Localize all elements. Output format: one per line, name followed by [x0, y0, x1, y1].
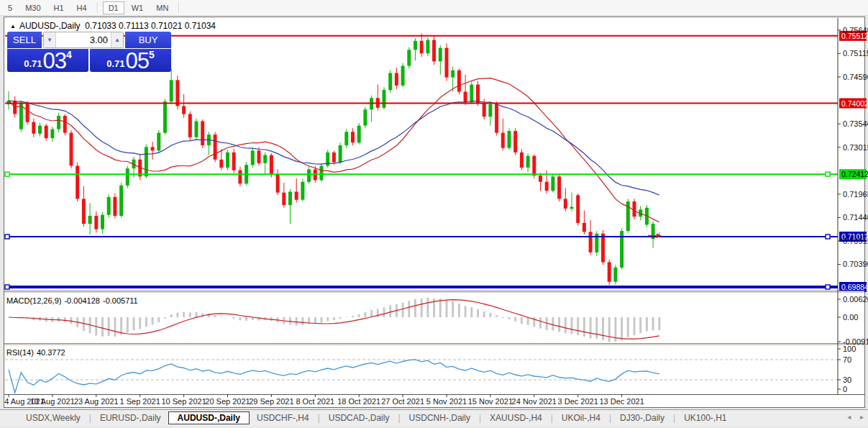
date-axis-label: 10 Sep 2021 — [161, 397, 206, 406]
candle — [170, 80, 173, 101]
tab-separator: | — [551, 413, 553, 423]
rsi-axis-label: 100 — [843, 345, 856, 353]
candle — [557, 176, 561, 199]
period-button-w1[interactable]: W1 — [126, 1, 150, 14]
date-axis-label: 23 Aug 2021 — [74, 397, 119, 406]
sell-price-pip: 4 — [66, 50, 72, 59]
buy-price-display[interactable]: 0.71055 — [90, 49, 171, 72]
candle — [276, 175, 280, 193]
candle — [633, 201, 636, 217]
candle — [195, 122, 198, 137]
collapse-triangle-icon[interactable]: ▲ — [10, 23, 16, 29]
chart-tabs-list: USDX,Weekly|EURUSD-,DailyAUDUSD-,DailyUS… — [19, 411, 734, 424]
tab-separator: | — [673, 413, 675, 423]
price-axis-label: 0.75115 — [843, 49, 868, 58]
buy-button[interactable]: BUY — [125, 32, 171, 48]
tab-usdcad-daily[interactable]: USDCAD-,Daily — [321, 411, 397, 424]
macd-signal-value: -0.005711 — [103, 296, 138, 305]
candle — [282, 193, 285, 205]
macd-name: MACD(12,26,9) — [6, 296, 61, 305]
period-button-d1[interactable]: D1 — [103, 1, 124, 14]
period-button-h4[interactable]: H4 — [71, 1, 93, 14]
line-handle[interactable] — [826, 172, 830, 176]
macd-main-value: -0.004128 — [64, 296, 100, 305]
candle — [295, 192, 298, 200]
candle — [439, 48, 442, 62]
period-button-5[interactable]: 5 — [2, 1, 18, 14]
date-axis-label: 3 Dec 2021 — [558, 397, 598, 406]
candle — [545, 182, 549, 191]
line-handle[interactable] — [826, 285, 830, 289]
candle — [457, 70, 461, 92]
candle — [126, 168, 129, 186]
candle — [332, 152, 336, 163]
candle — [320, 166, 324, 181]
line-handle[interactable] — [826, 235, 830, 239]
candle — [470, 85, 473, 103]
period-toolbar: 5M30H1H4D1W1MN — [0, 0, 868, 16]
candle — [45, 126, 48, 138]
tab-audusd-daily[interactable]: AUDUSD-,Daily — [168, 411, 250, 424]
tab-ukoil-h4[interactable]: UKOil-,H4 — [554, 411, 608, 424]
price-axis-label: 0.74590 — [843, 73, 868, 81]
candle — [432, 40, 436, 62]
candle — [63, 116, 67, 133]
tab-usdx-weekly[interactable]: USDX,Weekly — [19, 411, 88, 424]
tab-usdchf-h4[interactable]: USDCHF-,H4 — [250, 411, 316, 424]
candle — [145, 147, 148, 176]
candle — [420, 41, 424, 53]
line-handle[interactable] — [5, 285, 9, 289]
tab-usdcnh-daily[interactable]: USDCNH-,Daily — [402, 411, 478, 424]
sell-button[interactable]: SELL — [7, 32, 42, 48]
candle — [88, 216, 92, 224]
sell-price-display[interactable]: 0.71034 — [7, 49, 88, 72]
rsi-indicator-label: RSI(14)40.3772 — [6, 348, 68, 357]
macd-axis-label: 0.006201 — [843, 295, 868, 304]
line-handle[interactable] — [5, 235, 9, 239]
date-axis-label: 15 Nov 2021 — [468, 397, 513, 406]
tab-separator: | — [398, 413, 400, 423]
candle — [101, 215, 104, 229]
price-axis-label: 0.73540 — [843, 119, 868, 128]
period-button-mn[interactable]: MN — [150, 1, 174, 14]
price-axis-label: 0.70915 — [843, 237, 868, 245]
candle — [214, 135, 217, 160]
volume-decrease-icon[interactable]: ▼ — [44, 32, 56, 47]
date-axis-label: 8 Oct 2021 — [296, 397, 334, 406]
period-button-m30[interactable]: M30 — [19, 1, 46, 14]
price-badge-label: 0.72412 — [841, 170, 868, 178]
candle — [226, 152, 229, 168]
tab-scroll-left-icon[interactable]: ◂ — [847, 413, 851, 421]
buy-price-pip: 5 — [149, 50, 155, 59]
sell-price-prefix: 0.71 — [24, 57, 42, 71]
line-handle[interactable] — [5, 172, 9, 176]
tab-eurusd-daily[interactable]: EURUSD-,Daily — [93, 411, 168, 424]
volume-increase-icon[interactable]: ▲ — [111, 32, 123, 47]
chart-canvas: 0.755120.740020.724120.710120.698840.756… — [0, 17, 868, 409]
volume-input[interactable] — [56, 32, 111, 47]
candle — [351, 132, 355, 142]
tab-dj30-daily[interactable]: DJ30-,Daily — [613, 411, 672, 424]
period-button-h1[interactable]: H1 — [48, 1, 70, 14]
candle — [163, 101, 167, 132]
candle — [483, 104, 486, 117]
candle — [238, 170, 242, 184]
chart-ohlc-values: 0.71033 0.71113 0.71021 0.71034 — [85, 21, 216, 31]
price-badge-label: 0.74002 — [841, 99, 868, 108]
candle — [451, 70, 454, 78]
tab-uk100-h1[interactable]: UK100-,H1 — [677, 411, 734, 424]
candle — [532, 156, 536, 176]
candle — [270, 155, 273, 175]
tab-xauusd-h4[interactable]: XAUUSD-,H4 — [483, 411, 549, 424]
candle — [107, 197, 111, 215]
tab-separator: | — [609, 413, 611, 423]
candle — [219, 160, 223, 168]
chart-window: 0.755120.740020.724120.710120.698840.756… — [0, 17, 868, 409]
macd-indicator-label: MACD(12,26,9)-0.004128-0.005711 — [6, 296, 141, 305]
candle — [539, 176, 542, 182]
candle — [508, 131, 511, 148]
candle — [551, 176, 554, 191]
tab-scroll-right-icon[interactable]: ▸ — [860, 413, 864, 421]
candle — [476, 85, 480, 104]
candle — [119, 186, 123, 216]
